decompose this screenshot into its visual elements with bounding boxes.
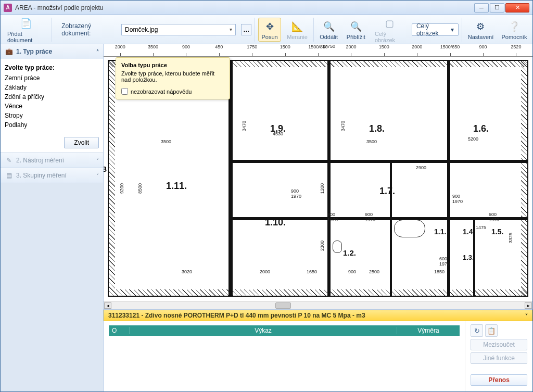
refresh-button[interactable]: ↻ — [471, 324, 483, 337]
fit-icon: ▢ — [383, 16, 397, 31]
room-label: 1.3. — [463, 254, 474, 261]
document-combo[interactable]: Domček.jpg ▾ — [121, 24, 236, 35]
dont-show-label: nezobrazovat nápovědu — [131, 88, 192, 95]
room-label: 1.10. — [265, 217, 286, 228]
horizontal-ruler: 2000 3500 900 450 1750 1500 1500/850 200… — [104, 44, 532, 57]
ruler-tick: 900 — [170, 44, 202, 56]
zoom-out-icon: 🔍 — [322, 19, 336, 34]
ruler-tick: 1500/650 — [434, 44, 466, 56]
room-label: 1.4. — [463, 227, 475, 236]
dimension: 1650 — [307, 269, 317, 274]
tooltip-checkbox-row[interactable]: nezobrazovat nápovědu — [121, 88, 224, 95]
window-title: AREA - množství podle projektu — [15, 4, 474, 11]
section-marker: B — [104, 165, 107, 173]
work-item[interactable]: Základy — [5, 83, 99, 92]
dimension: 17750 — [322, 44, 335, 49]
calc-buttons: ↻ 📋 Mezisoučet Jiné funkce Přenos — [465, 321, 532, 391]
scroll-thumb[interactable] — [275, 302, 291, 309]
dimension: 2500 — [369, 269, 379, 274]
add-document-button[interactable]: 📄 Přidat dokument — [4, 15, 48, 45]
pan-button[interactable]: ✥ Posun — [258, 18, 281, 42]
ruler-tick: 450 — [202, 44, 235, 56]
document-browse-button[interactable]: … — [241, 24, 251, 35]
sidebar: 💼 1. Typ práce ˄ Zvolte typ práce: Zemní… — [1, 44, 104, 391]
separator — [255, 18, 255, 42]
gear-icon: ⚙ — [473, 19, 488, 34]
chevron-down-icon: ▾ — [451, 26, 454, 33]
tooltip-title: Volba typu práce — [121, 62, 224, 68]
col-index: O — [109, 327, 130, 334]
accordion-measure-label: 2. Nástroj měření — [16, 157, 64, 164]
close-button[interactable]: ✕ — [505, 3, 529, 12]
work-item[interactable]: Zemní práce — [5, 73, 99, 83]
room-label: 1.6. — [473, 123, 489, 134]
maximize-button[interactable]: ☐ — [490, 3, 504, 12]
dimension: 600 — [439, 256, 447, 261]
dimension: 9200 — [119, 183, 124, 194]
shown-document-label: Zobrazený dokument: — [61, 22, 116, 37]
work-item[interactable]: Stropy — [5, 111, 99, 120]
dimension: 2300 — [320, 241, 325, 251]
chevron-down-icon: ▾ — [230, 27, 232, 32]
zoom-out-button[interactable]: 🔍 Oddálit — [317, 18, 340, 42]
measure-label: Meranie — [287, 34, 308, 40]
pan-label: Posun — [261, 34, 277, 40]
dimension: 3020 — [182, 269, 192, 274]
chevron-down-icon: ˅ — [96, 173, 99, 179]
subtotal-button[interactable]: Mezisoučet — [471, 339, 527, 350]
accordion-measure-tool[interactable]: ✎ 2. Nástroj měření ˅ — [1, 153, 103, 168]
chevron-up-icon: ˄ — [96, 49, 99, 55]
settings-label: Nastavení — [468, 34, 494, 40]
accordion-measure-groups[interactable]: ▤ 3. Skupiny měření ˅ — [1, 168, 103, 183]
minimize-button[interactable]: ─ — [474, 3, 489, 12]
choose-button[interactable]: Zvolit — [64, 137, 99, 148]
scroll-left-icon[interactable]: ◂ — [104, 302, 111, 309]
copy-button[interactable]: 📋 — [485, 324, 498, 337]
bottom-panel: 311233121 - Zdivo nosné POROTHERM P+D tl… — [104, 309, 532, 391]
move-icon: ✥ — [262, 19, 277, 34]
chevron-down-icon: ˅ — [96, 158, 99, 163]
scroll-right-icon[interactable]: ▸ — [525, 302, 532, 309]
fit-image-button[interactable]: ▢ Celý obrázek — [371, 15, 409, 45]
toilet-icon — [333, 241, 342, 253]
work-item[interactable]: Věnce — [5, 102, 99, 111]
work-type-panel: Zvolte typ práce: Zemní práce Základy Zd… — [1, 59, 103, 133]
dimension: 600 — [489, 212, 497, 217]
dimension: 900 — [291, 188, 299, 194]
dimension: 3470 — [340, 121, 346, 131]
room-label: 1.5. — [491, 227, 503, 236]
room-label: 1.7. — [379, 186, 395, 197]
item-bar-label: 311233121 - Zdivo nosné POROTHERM P+D tl… — [108, 312, 365, 319]
separator — [313, 18, 314, 42]
titlebar: A AREA - množství podle projektu ─ ☐ ✕ — [1, 1, 532, 15]
dimension: 2900 — [416, 165, 426, 170]
separator — [462, 18, 462, 42]
room-label: 1.2. — [343, 248, 356, 257]
fit-image-label: Celý obrázek — [375, 31, 405, 43]
help-icon: ❔ — [507, 19, 522, 34]
help-button[interactable]: ❔ Pomocník — [499, 18, 529, 42]
measure-button[interactable]: 📐 Meranie — [284, 18, 310, 42]
dimension: 5200 — [468, 136, 478, 142]
accordion-work-type[interactable]: 💼 1. Typ práce ˄ — [1, 44, 103, 59]
other-functions-button[interactable]: Jiné funkce — [471, 352, 527, 364]
dimension: 900 — [365, 212, 373, 217]
zoom-in-label: Přiblížit — [347, 34, 365, 40]
choose-work-label: Zvolte typ práce: — [5, 62, 99, 73]
work-item[interactable]: Podlahy — [5, 120, 99, 130]
transfer-button[interactable]: Přenos — [471, 374, 527, 386]
dimension: 900 — [348, 269, 356, 274]
room-label: 1.8. — [369, 123, 385, 134]
work-item[interactable]: Zdění a příčky — [5, 92, 99, 102]
dimension: 8500 — [137, 183, 143, 194]
chevron-down-icon: ˅ — [525, 313, 528, 319]
main-toolbar: 📄 Přidat dokument Zobrazený dokument: Do… — [1, 15, 532, 44]
fit-image-dropdown[interactable]: Celý obrázek ▾ — [412, 23, 459, 36]
horizontal-scrollbar[interactable]: ◂ ▸ — [104, 301, 532, 309]
item-bar[interactable]: 311233121 - Zdivo nosné POROTHERM P+D tl… — [104, 310, 532, 321]
settings-button[interactable]: ⚙ Nastavení — [465, 18, 496, 42]
ruler-tick: 1500 — [367, 44, 400, 56]
zoom-in-button[interactable]: 🔍 Přiblížit — [344, 18, 368, 42]
dont-show-checkbox[interactable] — [121, 88, 128, 95]
dimension: 1475 — [476, 225, 486, 230]
